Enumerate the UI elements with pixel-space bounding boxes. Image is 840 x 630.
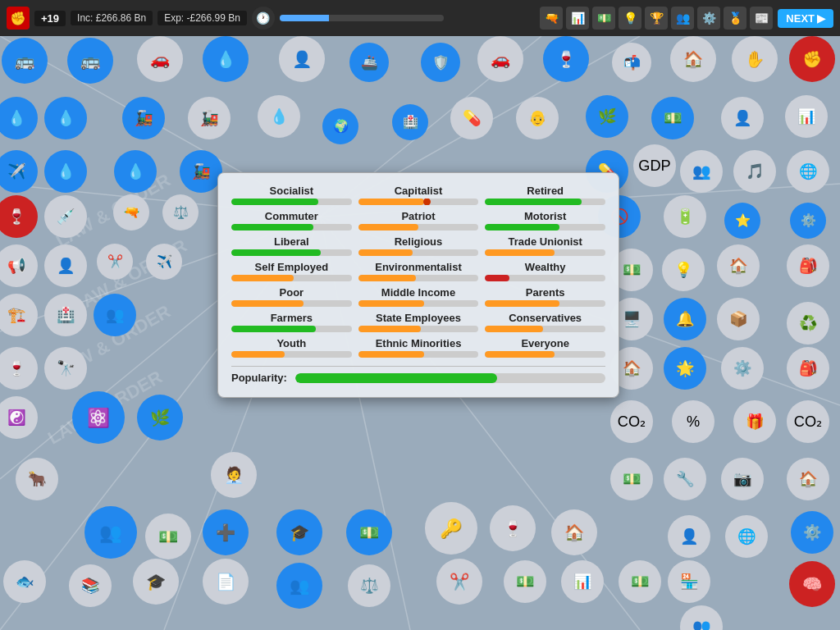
game-circle-15[interactable]: 🚂 bbox=[122, 97, 165, 139]
game-circle-35[interactable]: 🍷 bbox=[0, 195, 38, 238]
game-circle-4[interactable]: 👤 bbox=[279, 36, 325, 82]
voter-group-parents[interactable]: Parents bbox=[485, 286, 605, 307]
trophy-icon[interactable]: 🏆 bbox=[645, 7, 668, 30]
game-circle-10[interactable]: 🏠 bbox=[670, 36, 716, 82]
game-circle-99[interactable]: 🧠 bbox=[789, 561, 835, 607]
game-circle-19[interactable]: 🏥 bbox=[392, 104, 428, 140]
voter-group-middle-income[interactable]: Middle Income bbox=[358, 286, 479, 307]
game-circle-22[interactable]: 🌿 bbox=[586, 95, 628, 138]
game-circle-61[interactable]: 🌟 bbox=[664, 347, 706, 390]
voter-group-wealthy[interactable]: Wealthy bbox=[485, 261, 605, 281]
game-circle-12[interactable]: ✊ bbox=[789, 36, 835, 82]
game-circle-56[interactable]: 📦 bbox=[717, 298, 760, 340]
voter-group-self-employed[interactable]: Self Employed bbox=[231, 261, 352, 281]
game-circle-42[interactable]: ⚙️ bbox=[790, 203, 826, 239]
game-circle-28[interactable]: 💧 bbox=[114, 150, 157, 193]
game-circle-82[interactable]: 🔑 bbox=[425, 502, 477, 555]
game-circle-78[interactable]: 💵 bbox=[145, 514, 191, 559]
game-circle-46[interactable]: ✈️ bbox=[146, 244, 182, 280]
game-circle-100[interactable]: 👥 bbox=[680, 605, 723, 630]
game-circle-13[interactable]: 💧 bbox=[0, 97, 38, 139]
game-circle-1[interactable]: 🚌 bbox=[67, 38, 113, 84]
voter-group-farmers[interactable]: Farmers bbox=[231, 312, 352, 332]
game-circle-27[interactable]: 💧 bbox=[44, 150, 87, 193]
game-circle-34[interactable]: 🌐 bbox=[787, 150, 829, 193]
game-circle-20[interactable]: 💊 bbox=[450, 97, 493, 139]
game-circle-92[interactable]: 👥 bbox=[276, 563, 322, 609]
voter-group-youth[interactable]: Youth bbox=[231, 337, 352, 358]
bulb-icon[interactable]: 💡 bbox=[619, 7, 641, 30]
voter-group-religious[interactable]: Religious bbox=[358, 235, 479, 256]
game-circle-18[interactable]: 🌍 bbox=[322, 108, 358, 144]
game-circle-48[interactable]: 💡 bbox=[662, 249, 705, 291]
game-circle-8[interactable]: 🍷 bbox=[543, 36, 589, 82]
game-circle-43[interactable]: 📢 bbox=[0, 244, 38, 287]
money-icon[interactable]: 💵 bbox=[592, 7, 615, 30]
game-circle-36[interactable]: 💉 bbox=[44, 195, 87, 238]
game-circle-25[interactable]: 📊 bbox=[785, 95, 828, 138]
game-circle-87[interactable]: ⚙️ bbox=[791, 511, 833, 554]
game-circle-89[interactable]: 📚 bbox=[69, 564, 112, 607]
game-circle-41[interactable]: ⭐ bbox=[724, 203, 760, 239]
game-circle-5[interactable]: 🚢 bbox=[349, 43, 389, 82]
game-circle-90[interactable]: 🎓 bbox=[133, 559, 179, 605]
game-circle-58[interactable]: 🍷 bbox=[0, 347, 38, 390]
game-circle-9[interactable]: 📬 bbox=[612, 43, 651, 82]
game-circle-52[interactable]: 🏥 bbox=[44, 294, 87, 336]
voter-group-capitalist[interactable]: Capitalist bbox=[358, 185, 479, 205]
game-circle-32[interactable]: 👥 bbox=[680, 150, 723, 193]
game-circle-76[interactable]: 🏠 bbox=[787, 458, 829, 500]
voter-group-state-employees[interactable]: State Employees bbox=[358, 312, 479, 332]
voter-group-motorist[interactable]: Motorist bbox=[485, 210, 605, 231]
game-circle-94[interactable]: ✂️ bbox=[436, 559, 482, 605]
game-circle-50[interactable]: 🎒 bbox=[787, 244, 829, 287]
game-circle-66[interactable]: 🌿 bbox=[137, 395, 183, 441]
game-circle-33[interactable]: 🎵 bbox=[733, 150, 776, 193]
voter-group-trade-unionist[interactable]: Trade Unionist bbox=[485, 235, 605, 256]
game-circle-74[interactable]: 🔧 bbox=[664, 458, 706, 500]
game-circle-37[interactable]: 🔫 bbox=[113, 194, 149, 231]
gun-icon[interactable]: 🔫 bbox=[540, 7, 563, 30]
game-circle-24[interactable]: 👤 bbox=[721, 97, 764, 139]
game-circle-29[interactable]: 🚂 bbox=[180, 150, 222, 193]
game-circle-75[interactable]: 📷 bbox=[721, 458, 764, 500]
game-circle-17[interactable]: 💧 bbox=[258, 95, 300, 138]
game-circle-84[interactable]: 🏠 bbox=[551, 509, 597, 555]
game-circle-49[interactable]: 🏠 bbox=[717, 244, 760, 287]
game-circle-6[interactable]: 🛡️ bbox=[421, 43, 460, 82]
game-circle-11[interactable]: ✋ bbox=[732, 36, 778, 82]
game-circle-67[interactable]: CO₂ bbox=[610, 400, 653, 443]
game-circle-77[interactable]: 👥 bbox=[84, 506, 137, 559]
game-circle-38[interactable]: ⚖️ bbox=[162, 194, 199, 231]
medal-icon[interactable]: 🏅 bbox=[724, 7, 746, 30]
game-circle-81[interactable]: 💵 bbox=[346, 509, 392, 555]
game-circle-72[interactable]: 🧑‍💼 bbox=[211, 452, 257, 498]
game-circle-40[interactable]: 🔋 bbox=[664, 195, 706, 238]
voter-group-everyone[interactable]: Everyone bbox=[485, 337, 605, 358]
chart-icon[interactable]: 📊 bbox=[566, 7, 589, 30]
game-circle-85[interactable]: 👤 bbox=[668, 515, 710, 558]
game-circle-0[interactable]: 🚌 bbox=[2, 38, 48, 84]
game-circle-88[interactable]: 🐟 bbox=[3, 560, 46, 603]
game-circle-79[interactable]: ➕ bbox=[203, 509, 249, 555]
game-circle-59[interactable]: 🔭 bbox=[44, 347, 87, 390]
game-circle-7[interactable]: 🚗 bbox=[477, 36, 523, 82]
voter-group-patriot[interactable]: Patriot bbox=[358, 210, 479, 231]
game-circle-63[interactable]: 🎒 bbox=[787, 347, 829, 390]
game-circle-51[interactable]: 🏗️ bbox=[0, 294, 38, 336]
game-circle-69[interactable]: 🎁 bbox=[733, 400, 776, 443]
game-circle-68[interactable]: % bbox=[672, 400, 714, 443]
game-circle-91[interactable]: 📄 bbox=[203, 559, 249, 605]
voter-group-poor[interactable]: Poor bbox=[231, 286, 352, 307]
game-circle-80[interactable]: 🎓 bbox=[276, 509, 322, 555]
game-circle-45[interactable]: ✂️ bbox=[97, 244, 133, 280]
game-circle-55[interactable]: 🔔 bbox=[664, 298, 706, 340]
people-icon[interactable]: 👥 bbox=[671, 7, 694, 30]
game-circle-83[interactable]: 🍷 bbox=[490, 505, 536, 551]
voter-group-conservatives[interactable]: Conservatives bbox=[485, 312, 605, 332]
game-circle-98[interactable]: 🏪 bbox=[668, 560, 710, 603]
game-circle-71[interactable]: 🐂 bbox=[16, 458, 58, 500]
game-circle-53[interactable]: 👥 bbox=[94, 294, 136, 336]
voter-group-commuter[interactable]: Commuter bbox=[231, 210, 352, 231]
voter-group-socialist[interactable]: Socialist bbox=[231, 185, 352, 205]
